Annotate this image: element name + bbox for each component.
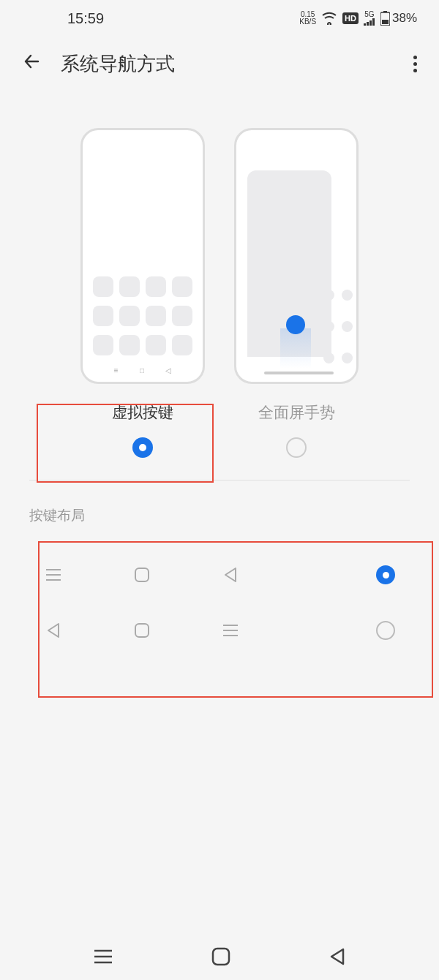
svg-rect-18 bbox=[213, 949, 229, 965]
system-nav-bar bbox=[0, 936, 439, 980]
navigation-mode-options: ≡ □ ◁ 虚拟按键 全面屏手势 bbox=[0, 91, 439, 480]
home-icon bbox=[132, 621, 151, 640]
layout-option-2[interactable] bbox=[29, 603, 410, 658]
status-time: 15:59 bbox=[67, 10, 104, 27]
gesture-preview bbox=[234, 128, 359, 384]
gesture-option[interactable]: 全面屏手势 bbox=[234, 128, 359, 458]
hd-icon: HD bbox=[342, 12, 359, 24]
button-layout-options bbox=[0, 532, 439, 673]
virtual-keys-preview: ≡ □ ◁ bbox=[80, 128, 205, 384]
header: 系统导航方式 bbox=[0, 37, 439, 91]
status-bar: 15:59 0.15 KB/S HD 5G 38% bbox=[0, 0, 439, 37]
svg-rect-1 bbox=[367, 22, 369, 26]
svg-rect-0 bbox=[364, 23, 366, 26]
back-icon: ◁ bbox=[165, 366, 171, 374]
svg-rect-3 bbox=[372, 18, 375, 26]
menu-icon: ≡ bbox=[114, 366, 119, 374]
status-indicators: 0.15 KB/S HD 5G 38% bbox=[299, 11, 417, 26]
virtual-keys-option[interactable]: ≡ □ ◁ 虚拟按键 bbox=[80, 128, 205, 458]
back-icon bbox=[44, 621, 63, 640]
wifi-icon bbox=[321, 12, 337, 25]
page-title: 系统导航方式 bbox=[61, 51, 395, 77]
svg-rect-11 bbox=[135, 624, 149, 637]
network-speed-icon: 0.15 KB/S bbox=[299, 11, 316, 26]
back-icon[interactable] bbox=[22, 51, 42, 77]
home-icon: □ bbox=[140, 366, 144, 374]
more-icon[interactable] bbox=[413, 56, 417, 72]
svg-rect-2 bbox=[369, 20, 372, 26]
home-button[interactable] bbox=[211, 947, 230, 969]
recent-apps-button[interactable] bbox=[93, 948, 113, 968]
back-icon bbox=[221, 565, 240, 584]
gesture-radio[interactable] bbox=[286, 437, 307, 458]
gesture-label: 全面屏手势 bbox=[258, 402, 335, 423]
signal-5g-icon: 5G bbox=[364, 11, 375, 26]
battery-icon: 38% bbox=[380, 11, 417, 26]
svg-rect-6 bbox=[382, 20, 389, 24]
virtual-keys-radio[interactable] bbox=[132, 437, 153, 458]
svg-rect-10 bbox=[135, 568, 149, 581]
layout-section-label: 按键布局 bbox=[0, 480, 439, 532]
menu-icon bbox=[221, 621, 240, 640]
virtual-keys-label: 虚拟按键 bbox=[112, 402, 173, 423]
home-icon bbox=[132, 565, 151, 584]
back-button[interactable] bbox=[329, 947, 346, 969]
layout-option-1[interactable] bbox=[29, 547, 410, 603]
layout-2-radio[interactable] bbox=[376, 621, 395, 640]
menu-icon bbox=[44, 565, 63, 584]
layout-1-radio[interactable] bbox=[376, 565, 395, 584]
